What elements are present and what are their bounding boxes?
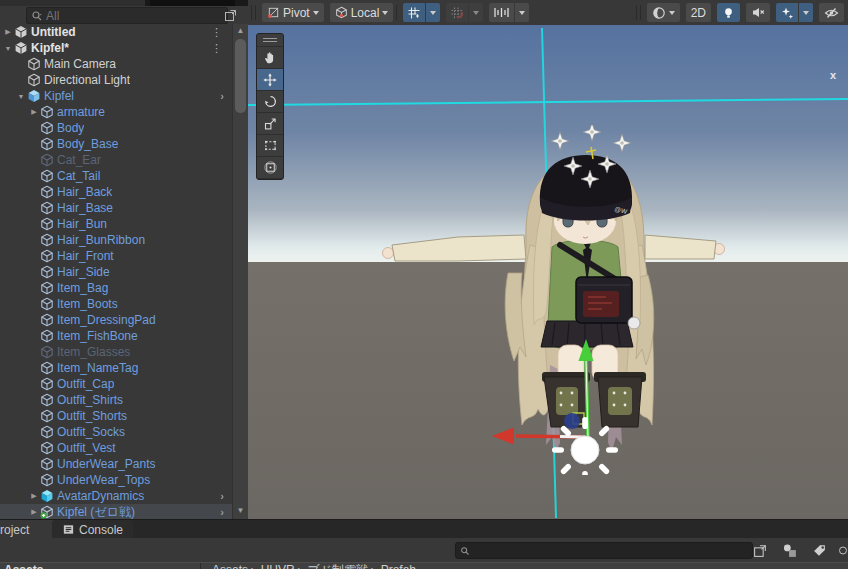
project-search-field[interactable]: [455, 542, 753, 559]
hierarchy-item-kipfel[interactable]: ▼Kipfel›: [0, 88, 232, 104]
prefab-open-chevron-icon[interactable]: ›: [220, 490, 224, 502]
project-tab-label: Project: [0, 523, 29, 537]
hand-tool-button[interactable]: [257, 47, 283, 68]
hierarchy-item-outfit-shirts[interactable]: Outfit_Shirts: [0, 392, 232, 408]
scale-tool-button[interactable]: [257, 113, 283, 134]
hierarchy-item-outfit-vest[interactable]: Outfit_Vest: [0, 440, 232, 456]
expand-collapsed-icon[interactable]: ▶: [28, 492, 40, 500]
expand-collapsed-icon[interactable]: ▶: [2, 28, 14, 36]
hierarchy-item-hair-back[interactable]: Hair_Back: [0, 184, 232, 200]
hierarchy-item-label: Hair_Base: [57, 201, 113, 215]
rect-tool-button[interactable]: [257, 135, 283, 156]
hierarchy-item-item-glasses[interactable]: Item_Glasses: [0, 344, 232, 360]
hierarchy-item-kipfel[interactable]: ▼Kipfel*⋮: [0, 40, 232, 56]
hierarchy-item-body-base[interactable]: Body_Base: [0, 136, 232, 152]
local-space-button[interactable]: Local: [330, 3, 394, 22]
hierarchy-search-input[interactable]: [46, 9, 223, 23]
expand-collapsed-icon[interactable]: ▶: [28, 108, 40, 116]
grid-visibility-dropdown[interactable]: [426, 3, 440, 22]
prefab-open-chevron-icon[interactable]: ›: [220, 90, 224, 102]
hierarchy-item-underwear-tops[interactable]: UnderWear_Tops: [0, 472, 232, 488]
transform-tool-button[interactable]: [257, 157, 283, 178]
hierarchy-item-item-fishbone[interactable]: Item_FishBone: [0, 328, 232, 344]
row-menu-icon[interactable]: ⋮: [211, 26, 222, 39]
chevron-down-icon: [519, 11, 525, 15]
overlay-drag-handle[interactable]: [257, 34, 283, 46]
project-search-input[interactable]: [473, 544, 748, 558]
search-icon: [460, 546, 470, 556]
hierarchy-item-label: Item_Glasses: [57, 345, 130, 359]
row-menu-icon[interactable]: ⋮: [211, 42, 222, 55]
search-by-label-icon[interactable]: [808, 541, 830, 559]
move-tool-button[interactable]: [257, 69, 283, 90]
hierarchy-item-avatardynamics[interactable]: ▶AvatarDynamics›: [0, 488, 232, 504]
cube-icon: [40, 473, 54, 487]
hierarchy-item-untitled[interactable]: ▶Untitled⋮: [0, 24, 232, 40]
hidden-count-icon[interactable]: [836, 541, 848, 559]
hierarchy-item-underwear-pants[interactable]: UnderWear_Pants: [0, 456, 232, 472]
effects-dropdown[interactable]: [799, 3, 813, 22]
hierarchy-item-main-camera[interactable]: Main Camera: [0, 56, 232, 72]
expand-collapsed-icon[interactable]: ▶: [28, 508, 40, 516]
expand-expanded-icon[interactable]: ▼: [2, 45, 14, 52]
hierarchy-item-outfit-shorts[interactable]: Outfit_Shorts: [0, 408, 232, 424]
prefab-plus-icon: [40, 505, 54, 519]
grid-snap-button[interactable]: [446, 3, 468, 22]
scene-viewport[interactable]: x: [248, 25, 848, 519]
hierarchy-item-item-boots[interactable]: Item_Boots: [0, 296, 232, 312]
hierarchy-item-hair-bun[interactable]: Hair_Bun: [0, 216, 232, 232]
hierarchy-item-cat-ear[interactable]: Cat_Ear: [0, 152, 232, 168]
grid-snap-dropdown[interactable]: [469, 3, 483, 22]
2d-mode-button[interactable]: 2D: [686, 3, 711, 22]
pivot-mode-button[interactable]: Pivot: [262, 3, 324, 22]
prefab-icon: [27, 89, 41, 103]
hierarchy-item-item-nametag[interactable]: Item_NameTag: [0, 360, 232, 376]
hierarchy-item-label: Item_Boots: [57, 297, 118, 311]
prefab-open-chevron-icon[interactable]: ›: [220, 506, 224, 518]
snap-increment-button[interactable]: [489, 3, 514, 22]
effects-button[interactable]: [776, 3, 798, 22]
transform-icon: [263, 160, 278, 175]
scene-lighting-button[interactable]: [717, 3, 740, 22]
hierarchy-item-cat-tail[interactable]: Cat_Tail: [0, 168, 232, 184]
scene-visibility-button[interactable]: [819, 3, 844, 22]
hierarchy-item-hair-side[interactable]: Hair_Side: [0, 264, 232, 280]
cube-icon: [40, 169, 54, 183]
tab-console[interactable]: Console: [52, 520, 133, 539]
snap-increment-dropdown[interactable]: [515, 3, 529, 22]
grid-visibility-button[interactable]: [403, 3, 425, 22]
speaker-muted-icon: [751, 6, 765, 19]
hierarchy-item-armature[interactable]: ▶armature: [0, 104, 232, 120]
shading-mode-button[interactable]: [647, 3, 680, 22]
grid-snap-control: [446, 3, 483, 22]
hierarchy-item-hair-front[interactable]: Hair_Front: [0, 248, 232, 264]
chevron-down-icon: [430, 11, 436, 15]
expand-expanded-icon[interactable]: ▼: [15, 93, 27, 100]
hierarchy-item-label: armature: [57, 105, 105, 119]
hierarchy-item-item-dressingpad[interactable]: Item_DressingPad: [0, 312, 232, 328]
hierarchy-item-hair-bunribbon[interactable]: Hair_BunRibbon: [0, 232, 232, 248]
scrollbar-up-arrow[interactable]: ▲: [233, 24, 248, 38]
hierarchy-item-body[interactable]: Body: [0, 120, 232, 136]
assets-folder-label[interactable]: Assets: [4, 563, 43, 569]
hierarchy-item-kipfel[interactable]: ▶Kipfel (ゼロ戦)›: [0, 504, 232, 520]
scrollbar-down-arrow[interactable]: ▼: [233, 504, 248, 518]
hierarchy-scrollbar[interactable]: ▲ ▼: [232, 24, 249, 519]
hierarchy-item-outfit-cap[interactable]: Outfit_Cap: [0, 376, 232, 392]
breadcrumb[interactable]: Assets ▸ HHVR ▸ ブド制電戦 ▸ Prefab: [212, 563, 416, 569]
cube-icon: [27, 57, 41, 71]
hierarchy-item-outfit-socks[interactable]: Outfit_Socks: [0, 424, 232, 440]
hierarchy-item-item-bag[interactable]: Item_Bag: [0, 280, 232, 296]
cube-icon: [27, 73, 41, 87]
search-by-type-icon[interactable]: [779, 541, 801, 559]
hierarchy-search-field[interactable]: [26, 7, 228, 24]
hierarchy-item-hair-base[interactable]: Hair_Base: [0, 200, 232, 216]
audio-mute-button[interactable]: [746, 3, 770, 22]
open-new-window-icon[interactable]: [749, 541, 771, 559]
scrollbar-thumb[interactable]: [235, 39, 246, 113]
hierarchy-item-label: Item_DressingPad: [57, 313, 156, 327]
hierarchy-item-directional-light[interactable]: Directional Light: [0, 72, 232, 88]
snap-increment-control: [489, 3, 529, 22]
open-new-window-icon[interactable]: [224, 8, 238, 22]
rotate-tool-button[interactable]: [257, 91, 283, 112]
